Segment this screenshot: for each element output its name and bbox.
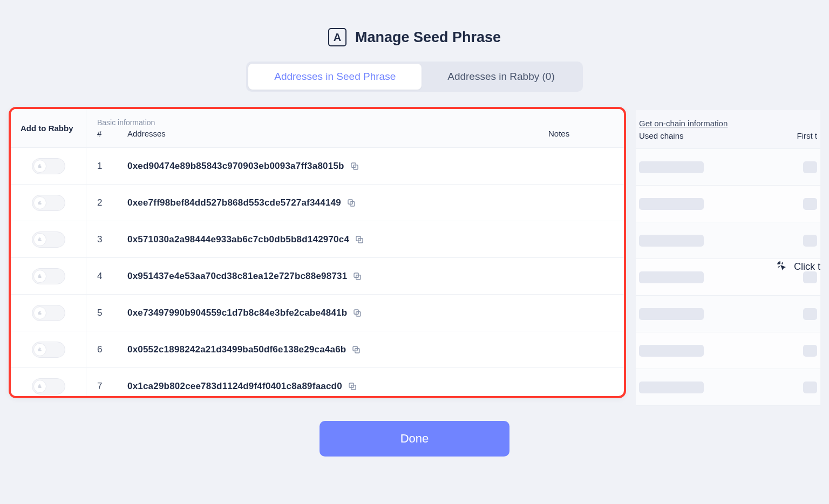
column-header-first-t: First t — [797, 131, 818, 140]
row-index: 5 — [97, 308, 127, 318]
address-text: 0x951437e4e53aa70cd38c81ea12e727bc88e987… — [127, 271, 347, 282]
skeleton-used-chains — [639, 161, 704, 173]
rabbit-icon — [33, 343, 46, 356]
skeleton-used-chains — [639, 235, 704, 247]
done-button[interactable]: Done — [320, 421, 509, 457]
skeleton-used-chains — [639, 308, 704, 320]
add-to-rabby-toggle[interactable] — [32, 268, 65, 284]
onchain-row — [636, 186, 820, 222]
rabbit-icon — [33, 270, 46, 283]
toggle-row — [11, 368, 86, 396]
toggle-row — [11, 148, 86, 185]
address-cell: 0x571030a2a98444e933ab6c7cb0db5b8d142970… — [127, 234, 548, 245]
toggle-row — [11, 221, 86, 258]
table-row: 20xee7ff98bef84dd527b868d553cde5727af344… — [86, 185, 624, 221]
skeleton-used-chains — [639, 345, 704, 357]
add-to-rabby-toggle[interactable] — [32, 305, 65, 321]
onchain-header: Get on-chain information Used chains Fir… — [636, 110, 820, 149]
table-row: 70x1ca29b802cee783d1124d9f4f0401c8a89faa… — [86, 368, 624, 396]
skeleton-first — [803, 198, 817, 210]
address-cell: 0xed90474e89b85843c970903eb0093a7ff3a801… — [127, 161, 548, 172]
add-to-rabby-toggle[interactable] — [32, 195, 65, 211]
skeleton-first — [803, 345, 817, 357]
copy-icon[interactable] — [355, 235, 364, 244]
copy-icon[interactable] — [352, 271, 362, 281]
skeleton-first — [803, 308, 817, 320]
skeleton-first — [803, 382, 817, 393]
address-text: 0x1ca29b802cee783d1124d9f4f0401c8a89faac… — [127, 381, 342, 392]
onchain-rows: Click t — [636, 149, 820, 406]
seed-phrase-icon: A — [328, 28, 346, 46]
tab-group: Addresses in Seed Phrase Addresses in Ra… — [246, 62, 583, 92]
toggle-row — [11, 185, 86, 221]
add-to-rabby-column: Add to Rabby — [11, 109, 86, 396]
rabbit-icon — [33, 160, 46, 173]
rabbit-icon — [33, 233, 46, 246]
basic-information-header: Basic information # Addresses Notes — [86, 109, 624, 148]
add-to-rabby-toggle[interactable] — [32, 342, 65, 358]
table-row: 40x951437e4e53aa70cd38c81ea12e727bc88e98… — [86, 258, 624, 295]
rabbit-icon — [33, 196, 46, 209]
skeleton-used-chains — [639, 382, 704, 393]
toggle-row — [11, 331, 86, 368]
row-index: 7 — [97, 381, 127, 392]
copy-icon[interactable] — [350, 161, 359, 171]
add-to-rabby-toggle[interactable] — [32, 378, 65, 394]
seed-phrase-icon-letter: A — [334, 31, 341, 44]
addresses-table: Add to Rabby Basic information # Address… — [9, 107, 626, 398]
tab-addresses-in-seed-phrase[interactable]: Addresses in Seed Phrase — [248, 64, 422, 90]
tabs: Addresses in Seed Phrase Addresses in Ra… — [0, 62, 829, 92]
column-header-notes: Notes — [548, 129, 613, 138]
add-to-rabby-label: Add to Rabby — [21, 124, 73, 133]
rabbit-icon — [33, 380, 46, 393]
address-cell: 0xee7ff98bef84dd527b868d553cde5727af3441… — [127, 197, 548, 208]
rabbit-icon — [33, 307, 46, 319]
address-cell: 0x951437e4e53aa70cd38c81ea12e727bc88e987… — [127, 271, 548, 282]
skeleton-first — [803, 271, 817, 283]
toggle-row — [11, 295, 86, 331]
address-text: 0x571030a2a98444e933ab6c7cb0db5b8d142970… — [127, 234, 349, 245]
address-cell: 0x1ca29b802cee783d1124d9f4f0401c8a89faac… — [127, 381, 548, 392]
onchain-row — [636, 149, 820, 186]
basic-information-label: Basic information — [86, 118, 624, 127]
table-row: 10xed90474e89b85843c970903eb0093a7ff3a80… — [86, 148, 624, 185]
address-text: 0xe73497990b904559c1d7b8c84e3bfe2cabe484… — [127, 308, 347, 318]
basic-information-column: Basic information # Addresses Notes 10xe… — [86, 109, 624, 396]
address-cell: 0xe73497990b904559c1d7b8c84e3bfe2cabe484… — [127, 308, 548, 318]
row-index: 4 — [97, 271, 127, 282]
address-text: 0x0552c1898242a21d3499ba50df6e138e29ca4a… — [127, 344, 346, 355]
page-header: A Manage Seed Phrase — [0, 0, 829, 62]
onchain-row — [636, 222, 820, 259]
skeleton-first — [803, 161, 817, 173]
address-text: 0xed90474e89b85843c970903eb0093a7ff3a801… — [127, 161, 344, 172]
onchain-row — [636, 296, 820, 332]
row-index: 6 — [97, 344, 127, 355]
copy-icon[interactable] — [348, 382, 357, 391]
onchain-panel: Get on-chain information Used chains Fir… — [636, 107, 820, 406]
address-text: 0xee7ff98bef84dd527b868d553cde5727af3441… — [127, 197, 341, 208]
column-header-addresses: Addresses — [127, 129, 548, 138]
copy-icon[interactable] — [346, 198, 356, 208]
onchain-row — [636, 259, 820, 296]
page-title: Manage Seed Phrase — [355, 29, 501, 46]
tab-addresses-in-rabby[interactable]: Addresses in Rabby (0) — [422, 64, 581, 90]
column-header-used-chains: Used chains — [639, 131, 684, 140]
onchain-row — [636, 369, 820, 406]
table-row: 30x571030a2a98444e933ab6c7cb0db5b8d14297… — [86, 221, 624, 258]
row-index: 1 — [97, 161, 127, 172]
table-row: 60x0552c1898242a21d3499ba50df6e138e29ca4… — [86, 331, 624, 368]
address-cell: 0x0552c1898242a21d3499ba50df6e138e29ca4a… — [127, 344, 548, 355]
row-index: 3 — [97, 234, 127, 245]
skeleton-used-chains — [639, 271, 704, 283]
row-index: 2 — [97, 197, 127, 208]
add-to-rabby-header: Add to Rabby — [11, 109, 86, 148]
skeleton-first — [803, 235, 817, 247]
copy-icon[interactable] — [352, 308, 362, 318]
skeleton-used-chains — [639, 198, 704, 210]
add-to-rabby-toggle[interactable] — [32, 231, 65, 248]
table-row: 50xe73497990b904559c1d7b8c84e3bfe2cabe48… — [86, 295, 624, 331]
add-to-rabby-toggle[interactable] — [32, 158, 65, 174]
column-header-index: # — [97, 129, 127, 138]
get-onchain-link[interactable]: Get on-chain information — [639, 119, 817, 128]
copy-icon[interactable] — [351, 345, 361, 355]
